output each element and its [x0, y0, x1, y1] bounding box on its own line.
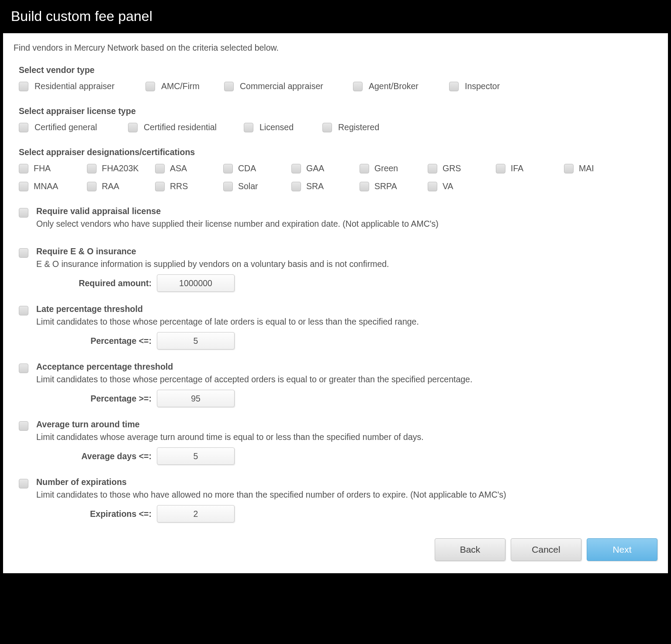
designation-option: CDA: [223, 163, 291, 173]
designation-option: FHA203K: [87, 163, 155, 173]
designation-option: RAA: [87, 181, 155, 191]
checkbox[interactable]: [19, 306, 28, 315]
checkbox[interactable]: [291, 182, 301, 191]
checkbox[interactable]: [19, 248, 28, 258]
option-description: Limit candidates whose average turn arou…: [36, 432, 657, 442]
checkbox[interactable]: [19, 479, 28, 488]
checkbox[interactable]: [291, 164, 301, 173]
back-button[interactable]: Back: [435, 538, 505, 561]
license-type-option: Certified residential: [128, 122, 244, 132]
checkbox-label: MAI: [579, 163, 594, 173]
checkbox-label: Certified residential: [144, 122, 217, 132]
option-description: Limit candidates to those who have allow…: [36, 490, 657, 500]
required-amount-label: Required amount:: [36, 278, 157, 288]
required-amount-input[interactable]: [157, 274, 235, 292]
designations-grid: FHA FHA203K ASA CDA GAA Green GRS IFA MA…: [19, 163, 657, 191]
option-title: Require E & O insurance: [36, 246, 657, 256]
checkbox[interactable]: [428, 182, 437, 191]
expirations-input[interactable]: [157, 505, 235, 523]
checkbox[interactable]: [19, 123, 28, 132]
acceptance-percentage-input[interactable]: [157, 390, 235, 407]
checkbox-label: Commercial appraiser: [240, 81, 323, 91]
checkbox[interactable]: [244, 123, 253, 132]
checkbox[interactable]: [155, 182, 165, 191]
dialog: Build custom fee panel Find vendors in M…: [3, 3, 668, 574]
checkbox[interactable]: [87, 182, 97, 191]
vendor-type-row: Residential appraiser AMC/Firm Commercia…: [19, 81, 657, 91]
checkbox-label: Inspector: [465, 81, 500, 91]
checkbox-label: ASA: [170, 163, 187, 173]
designation-option: RRS: [155, 181, 223, 191]
vendor-type-option: Residential appraiser: [19, 81, 145, 91]
designation-option: MNAA: [19, 181, 87, 191]
designation-option: GAA: [291, 163, 360, 173]
option-title: Acceptance percentage threshold: [36, 362, 657, 372]
cancel-button[interactable]: Cancel: [511, 538, 581, 561]
checkbox-label: Agent/Broker: [369, 81, 419, 91]
expirations-block: Number of expirations Limit candidates t…: [19, 477, 657, 523]
checkbox-label: GAA: [306, 163, 324, 173]
checkbox[interactable]: [19, 421, 28, 431]
checkbox-label: RRS: [170, 181, 188, 191]
require-eo-block: Require E & O insurance E & O insurance …: [19, 246, 657, 292]
checkbox[interactable]: [428, 164, 437, 173]
late-percentage-block: Late percentage threshold Limit candidat…: [19, 304, 657, 350]
checkbox[interactable]: [224, 82, 234, 91]
checkbox[interactable]: [19, 208, 28, 218]
average-days-input[interactable]: [157, 447, 235, 465]
checkbox[interactable]: [19, 364, 28, 373]
checkbox-label: SRA: [306, 181, 324, 191]
designation-option: VA: [428, 181, 496, 191]
checkbox[interactable]: [353, 82, 363, 91]
vendor-type-heading: Select vendor type: [19, 65, 657, 75]
license-type-row: Certified general Certified residential …: [19, 122, 657, 132]
checkbox-label: CDA: [238, 163, 256, 173]
checkbox-label: GRS: [443, 163, 461, 173]
vendor-type-option: Commercial appraiser: [224, 81, 353, 91]
license-type-option: Certified general: [19, 122, 128, 132]
average-turnaround-block: Average turn around time Limit candidate…: [19, 419, 657, 465]
checkbox[interactable]: [19, 182, 28, 191]
checkbox-label: Solar: [238, 181, 258, 191]
checkbox[interactable]: [223, 182, 233, 191]
checkbox[interactable]: [128, 123, 138, 132]
checkbox[interactable]: [19, 164, 28, 173]
option-description: Only select vendors who have supplied th…: [36, 219, 657, 229]
checkbox-label: FHA203K: [102, 163, 139, 173]
checkbox-label: IFA: [511, 163, 523, 173]
designation-option: ASA: [155, 163, 223, 173]
acceptance-percentage-block: Acceptance percentage threshold Limit ca…: [19, 362, 657, 407]
checkbox[interactable]: [155, 164, 165, 173]
checkbox-label: Residential appraiser: [35, 81, 114, 91]
checkbox[interactable]: [360, 164, 369, 173]
checkbox-label: SRPA: [374, 181, 397, 191]
designation-option: SRPA: [360, 181, 428, 191]
checkbox[interactable]: [223, 164, 233, 173]
average-days-label: Average days <=:: [36, 451, 157, 461]
require-license-block: Require valid appraisal license Only sel…: [19, 206, 657, 234]
checkbox[interactable]: [360, 182, 369, 191]
license-type-heading: Select appraiser license type: [19, 106, 657, 116]
option-description: E & O insurance information is supplied …: [36, 259, 657, 269]
option-description: Limit candidates to those whose percenta…: [36, 317, 657, 327]
checkbox-label: Licensed: [259, 122, 294, 132]
checkbox-label: Green: [374, 163, 398, 173]
late-percentage-label: Percentage <=:: [36, 336, 157, 346]
next-button[interactable]: Next: [587, 538, 657, 561]
checkbox[interactable]: [322, 123, 332, 132]
license-type-option: Licensed: [244, 122, 322, 132]
late-percentage-input[interactable]: [157, 332, 235, 350]
option-title: Average turn around time: [36, 419, 657, 429]
checkbox-label: MNAA: [34, 181, 58, 191]
checkbox[interactable]: [449, 82, 459, 91]
acceptance-percentage-label: Percentage >=:: [36, 394, 157, 404]
dialog-header: Build custom fee panel: [3, 3, 668, 33]
checkbox[interactable]: [496, 164, 505, 173]
checkbox[interactable]: [145, 82, 155, 91]
dialog-title: Build custom fee panel: [11, 8, 152, 24]
designations-heading: Select appraiser designations/certificat…: [19, 147, 657, 157]
checkbox[interactable]: [564, 164, 574, 173]
vendor-type-option: Inspector: [449, 81, 528, 91]
checkbox[interactable]: [19, 82, 28, 91]
checkbox[interactable]: [87, 164, 97, 173]
